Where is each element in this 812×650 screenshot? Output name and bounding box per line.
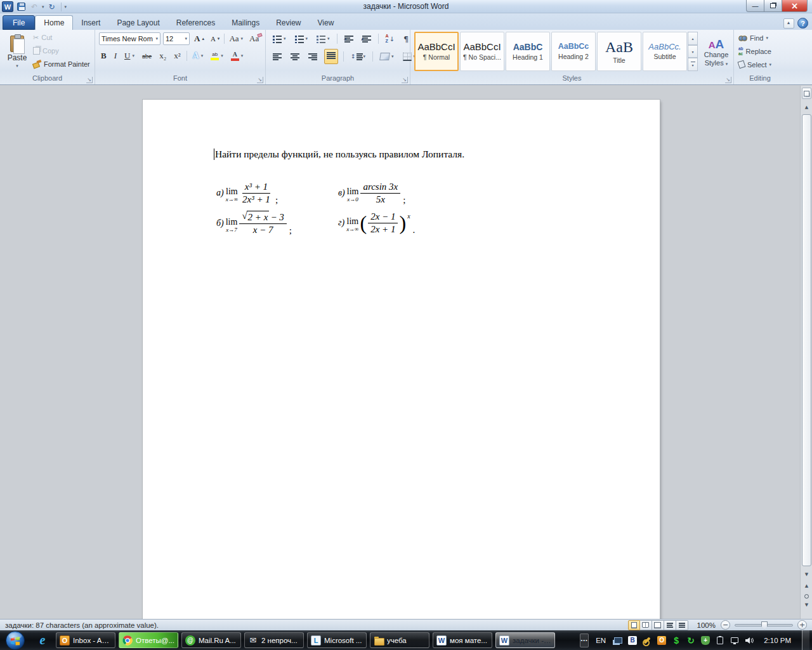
currency-app-icon[interactable]: $ bbox=[671, 635, 681, 646]
clipboard-dialog-launcher[interactable]: ↘ bbox=[86, 77, 93, 83]
style-heading-2[interactable]: AaBbCc Heading 2 bbox=[551, 32, 596, 71]
minimize-button[interactable]: — bbox=[746, 0, 764, 12]
taskbar-item-unread-mail[interactable]: ✉ 2 непроч... bbox=[244, 632, 304, 648]
tray-overflow-button[interactable]: ••• bbox=[580, 633, 589, 647]
tray-b-app-icon[interactable]: B bbox=[627, 635, 638, 646]
styles-dialog-launcher[interactable]: ↘ bbox=[725, 77, 731, 83]
taskbar-item-otvety[interactable]: Ответы@... bbox=[119, 632, 178, 648]
start-button[interactable] bbox=[5, 630, 25, 650]
subscript-button[interactable]: x₂ bbox=[157, 50, 168, 62]
underline-button[interactable]: U▾ bbox=[122, 50, 136, 62]
text-effects-button[interactable]: A▾ bbox=[191, 50, 206, 62]
tab-references[interactable]: References bbox=[168, 15, 223, 30]
style-title[interactable]: AaB Title bbox=[597, 32, 641, 71]
clock[interactable]: 2:10 PM bbox=[764, 637, 791, 644]
highlight-button[interactable]: ab ▾ bbox=[209, 51, 225, 61]
internet-explorer-icon[interactable]: e bbox=[34, 633, 51, 647]
taskbar-item-moya-mate[interactable]: W моя мате... bbox=[433, 632, 492, 648]
tab-view[interactable]: View bbox=[310, 15, 343, 30]
line-spacing-button[interactable]: ↕▾ bbox=[349, 52, 367, 62]
tab-insert[interactable]: Insert bbox=[73, 15, 108, 30]
scroll-up-button[interactable]: ▲ bbox=[802, 102, 811, 112]
increase-indent-button[interactable]: ▸ bbox=[360, 34, 373, 44]
browse-object-button[interactable] bbox=[802, 592, 811, 600]
sort-button[interactable]: AZ ↓ bbox=[384, 33, 396, 44]
sync-icon[interactable]: ↻ bbox=[686, 635, 696, 646]
find-button[interactable]: Find ▾ bbox=[738, 32, 768, 43]
cut-button[interactable]: ✂ Cut bbox=[33, 31, 52, 44]
next-page-button[interactable]: ▼ bbox=[802, 601, 811, 610]
language-indicator[interactable]: EN bbox=[596, 637, 606, 644]
key-icon[interactable] bbox=[642, 635, 652, 646]
network-activity-icon[interactable] bbox=[613, 635, 623, 646]
outlook-tray-icon[interactable]: O bbox=[657, 635, 667, 646]
paste-button[interactable]: Paste ▾ bbox=[3, 31, 31, 73]
vertical-scrollbar[interactable]: ▲ ▼ ▲ ▼ bbox=[800, 86, 812, 619]
align-center-button[interactable] bbox=[289, 52, 301, 62]
close-button[interactable]: × bbox=[782, 0, 808, 12]
font-dialog-launcher[interactable]: ↘ bbox=[257, 77, 263, 83]
taskbar-item-ucheba-folder[interactable]: учеба bbox=[370, 632, 429, 648]
zoom-out-button[interactable]: − bbox=[721, 620, 730, 630]
taskbar-item-zadachki[interactable]: W задачки - ... bbox=[495, 632, 555, 648]
strikethrough-button[interactable]: abe bbox=[140, 51, 154, 60]
help-button[interactable]: ? bbox=[797, 18, 808, 29]
bullets-button[interactable]: ▾ bbox=[271, 34, 288, 44]
zoom-slider[interactable] bbox=[735, 624, 793, 627]
tab-review[interactable]: Review bbox=[268, 15, 309, 30]
shrink-font-button[interactable]: A▾ bbox=[209, 34, 221, 43]
change-styles-button[interactable]: AA Change Styles ▾ bbox=[701, 31, 731, 73]
fullscreen-reading-view-button[interactable] bbox=[640, 620, 652, 630]
align-right-button[interactable] bbox=[306, 52, 319, 62]
styles-scroll-down-button[interactable]: ▾ bbox=[688, 45, 698, 58]
document-page[interactable]: Найти пределы функций, не пользуясь прав… bbox=[143, 100, 660, 619]
font-color-button[interactable]: A ▾ bbox=[229, 51, 246, 62]
restore-button[interactable] bbox=[764, 0, 782, 12]
minimize-ribbon-button[interactable]: ▾ bbox=[783, 18, 794, 29]
justify-button[interactable] bbox=[324, 49, 338, 64]
style-normal[interactable]: AaBbCcI ¶ Normal bbox=[414, 32, 459, 71]
scrollbar-thumb[interactable] bbox=[802, 114, 811, 566]
clear-formatting-button[interactable]: Aa bbox=[247, 33, 261, 44]
draft-view-button[interactable] bbox=[676, 620, 688, 630]
multilevel-list-button[interactable]: ▾ bbox=[315, 34, 332, 44]
web-layout-view-button[interactable] bbox=[652, 620, 664, 630]
shading-button[interactable]: ▾ bbox=[378, 52, 396, 61]
font-size-combobox[interactable]: 12 ▾ bbox=[163, 32, 190, 45]
font-family-combobox[interactable]: Times New Rom ▾ bbox=[99, 32, 160, 45]
outline-view-button[interactable] bbox=[664, 620, 676, 630]
previous-page-button[interactable]: ▲ bbox=[802, 582, 811, 591]
align-left-button[interactable] bbox=[271, 52, 284, 62]
numbering-button[interactable]: ▾ bbox=[293, 34, 310, 44]
antivirus-shield-icon[interactable]: + bbox=[700, 635, 710, 646]
zoom-slider-thumb[interactable] bbox=[761, 621, 768, 630]
zoom-level[interactable]: 100% bbox=[697, 621, 716, 629]
replace-button[interactable]: abac Replace bbox=[738, 46, 771, 56]
copy-button[interactable]: Copy bbox=[33, 44, 59, 57]
bold-button[interactable]: B bbox=[99, 50, 108, 62]
superscript-button[interactable]: x² bbox=[172, 50, 182, 62]
tab-mailings[interactable]: Mailings bbox=[223, 15, 268, 30]
taskbar-item-mailru[interactable]: @ Mail.Ru A... bbox=[181, 632, 241, 648]
grow-font-button[interactable]: A▴ bbox=[192, 33, 206, 44]
decrease-indent-button[interactable]: ◂ bbox=[343, 34, 355, 44]
clipboard-tray-icon[interactable] bbox=[715, 635, 725, 646]
format-painter-button[interactable]: Format Painter bbox=[33, 58, 90, 70]
style-no-spacing[interactable]: AaBbCcI ¶ No Spaci... bbox=[460, 32, 504, 71]
network-status-icon[interactable] bbox=[730, 635, 740, 646]
italic-button[interactable]: I bbox=[112, 50, 119, 62]
paragraph-dialog-launcher[interactable]: ↘ bbox=[402, 77, 408, 83]
select-button[interactable]: Select ▾ bbox=[738, 59, 771, 70]
volume-icon[interactable] bbox=[744, 635, 754, 646]
word-count-status[interactable]: задачки: 87 characters (an approximate v… bbox=[5, 621, 159, 629]
style-subtitle[interactable]: AaBbCc. Subtitle bbox=[643, 32, 687, 71]
styles-scroll-up-button[interactable]: ▴ bbox=[688, 32, 698, 45]
change-case-button[interactable]: Aa▾ bbox=[227, 33, 245, 44]
style-heading-1[interactable]: AaBbC Heading 1 bbox=[506, 32, 550, 71]
show-paragraph-marks-button[interactable]: ¶ bbox=[402, 34, 410, 44]
taskbar-item-microsoft[interactable]: L Microsoft ... bbox=[307, 632, 367, 648]
ruler-toggle-button[interactable] bbox=[802, 88, 811, 99]
styles-more-button[interactable]: ▾ bbox=[688, 58, 698, 71]
print-layout-view-button[interactable] bbox=[628, 620, 640, 630]
taskbar-item-inbox[interactable]: O Inbox - AP... bbox=[56, 632, 115, 648]
